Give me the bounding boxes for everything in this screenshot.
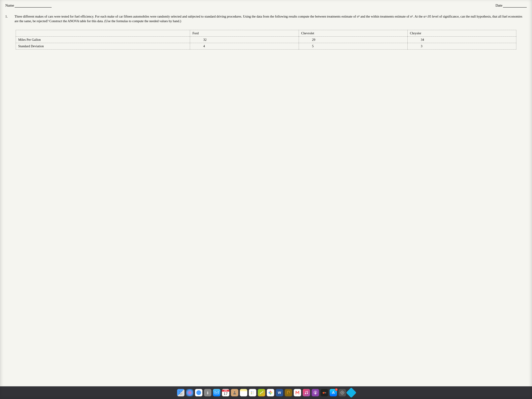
table-header-row: Ford Chevrolet Chrysler: [16, 30, 516, 37]
music-icon[interactable]: [303, 389, 310, 396]
name-field: Name: [5, 3, 52, 7]
table-row: Standard Deviation 4 5 3: [16, 43, 516, 50]
safari-icon[interactable]: [195, 389, 203, 396]
notes-icon[interactable]: [240, 389, 247, 396]
app-store-icon[interactable]: 5: [329, 389, 337, 396]
question-number: 1.: [5, 14, 9, 23]
system-preferences-icon[interactable]: [339, 389, 346, 396]
date-field: Date: [495, 3, 527, 7]
update-badge: 5: [335, 388, 338, 391]
document-page: Name Date 1. Three different makes of ca…: [0, 0, 532, 399]
table-header-ford: Ford: [190, 30, 299, 37]
table-header-chrysler: Chrysler: [407, 30, 516, 37]
podcasts-icon[interactable]: [312, 389, 319, 396]
row-label-mpg: Miles Per Gallon: [16, 37, 190, 43]
cell-chrysler-sd: 3: [407, 43, 516, 50]
news-icon[interactable]: [294, 389, 301, 396]
contacts-icon[interactable]: [231, 389, 238, 396]
table-row: Miles Per Gallon 32 29 34: [16, 37, 516, 43]
cell-chevrolet-sd: 5: [299, 43, 407, 50]
maps-icon[interactable]: [258, 389, 265, 396]
reminders-icon[interactable]: [249, 389, 256, 396]
word-letter: W: [278, 391, 281, 395]
svg-point-2: [251, 391, 252, 392]
question-block: 1. Three different makes of cars were te…: [5, 14, 527, 23]
calendar-icon[interactable]: APR 17: [222, 389, 229, 396]
launchpad-icon[interactable]: [204, 389, 211, 396]
cell-chrysler-mpg: 34: [407, 37, 516, 43]
name-blank-line: [15, 4, 52, 7]
cell-ford-mpg: 32: [190, 37, 299, 43]
svg-point-1: [234, 391, 235, 393]
apple-tv-icon[interactable]: 🍎tv: [321, 389, 328, 396]
calendar-day: 17: [223, 392, 228, 396]
cell-chevrolet-mpg: 29: [299, 37, 407, 43]
table-header-blank: [16, 30, 190, 37]
garageband-icon[interactable]: [285, 389, 292, 396]
svg-point-14: [315, 392, 316, 393]
data-table: Ford Chevrolet Chrysler Miles Per Gallon…: [16, 30, 516, 50]
svg-point-19: [342, 392, 343, 393]
date-blank-line: [503, 4, 527, 7]
name-label: Name: [5, 3, 14, 7]
mail-icon[interactable]: [213, 389, 220, 396]
row-label-sd: Standard Deviation: [16, 43, 190, 50]
svg-point-12: [305, 393, 306, 394]
table-header-chevrolet: Chevrolet: [299, 30, 407, 37]
cell-ford-sd: 4: [190, 43, 299, 50]
appletv-label: 🍎tv: [323, 392, 326, 394]
siri-icon[interactable]: [186, 389, 193, 396]
macos-dock: APR 17 W 🍎tv 5: [0, 386, 532, 399]
question-text: Three different makes of cars were teste…: [14, 14, 527, 23]
microsoft-word-icon[interactable]: W: [276, 389, 283, 396]
photos-icon[interactable]: [267, 389, 274, 396]
date-label: Date: [495, 3, 502, 7]
finder-icon[interactable]: [177, 389, 184, 396]
svg-point-3: [251, 392, 252, 393]
kodi-icon[interactable]: [346, 387, 356, 398]
svg-point-4: [251, 393, 252, 394]
svg-point-11: [268, 392, 270, 394]
svg-point-0: [196, 390, 201, 395]
calendar-month: APR: [222, 390, 229, 392]
worksheet-header: Name Date: [5, 3, 527, 7]
svg-point-13: [307, 393, 308, 394]
